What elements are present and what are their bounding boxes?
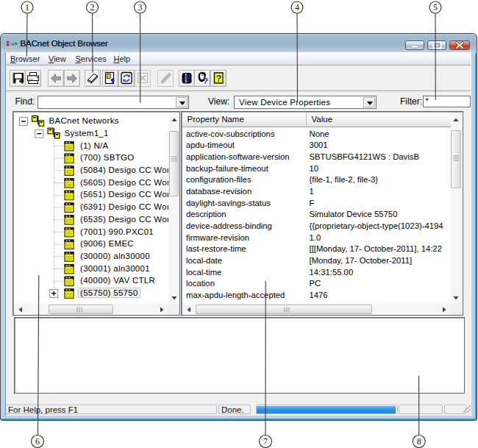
svg-text:?: ? xyxy=(203,76,208,85)
svg-text:1: 1 xyxy=(25,2,29,13)
svg-text:3: 3 xyxy=(138,2,143,13)
svg-text:2: 2 xyxy=(90,2,95,13)
svg-text:8: 8 xyxy=(417,436,421,447)
svg-text:6: 6 xyxy=(35,436,40,447)
svg-text:?: ? xyxy=(215,73,221,83)
svg-text:4: 4 xyxy=(295,2,299,13)
svg-text:7: 7 xyxy=(263,436,268,447)
svg-text:5: 5 xyxy=(433,2,438,13)
